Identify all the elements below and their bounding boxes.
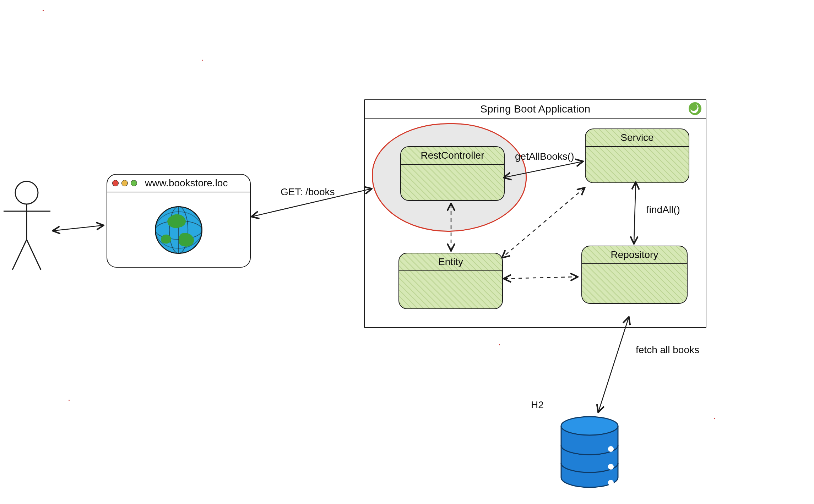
- restcontroller-label: RestController: [401, 147, 504, 165]
- svg-point-14: [608, 464, 614, 470]
- entity-box: Entity: [398, 253, 503, 309]
- speck: [202, 60, 203, 61]
- maximize-dot-icon: [131, 180, 137, 186]
- repository-box: Repository: [581, 246, 688, 304]
- service-label: Service: [586, 129, 689, 147]
- speck: [714, 418, 715, 419]
- edge-label-getallbooks: getAllBooks(): [515, 151, 574, 162]
- database-icon: [556, 415, 623, 490]
- architecture-diagram: www.bookstore.loc Spring Boot Applicatio…: [0, 0, 814, 504]
- minimize-dot-icon: [121, 180, 128, 186]
- entity-label: Entity: [399, 253, 502, 271]
- container-titlebar: Spring Boot Application: [365, 100, 706, 119]
- svg-point-12: [561, 417, 618, 435]
- svg-line-16: [53, 225, 103, 231]
- database-label: H2: [531, 399, 544, 411]
- repository-label: Repository: [582, 246, 687, 264]
- svg-point-0: [15, 181, 38, 204]
- traffic-light-icons: [112, 180, 137, 186]
- container-title: Spring Boot Application: [480, 103, 590, 115]
- speck: [69, 400, 70, 401]
- database-h2: [556, 415, 623, 491]
- svg-point-11: [692, 111, 694, 112]
- spring-logo-icon: [688, 102, 702, 117]
- svg-line-20: [598, 318, 629, 412]
- service-box: Service: [585, 128, 689, 183]
- close-dot-icon: [112, 180, 119, 186]
- restcontroller-box: RestController: [400, 146, 505, 201]
- svg-point-10: [689, 102, 701, 115]
- speck: [43, 10, 44, 11]
- globe-icon: [152, 203, 205, 257]
- speck: [499, 344, 500, 345]
- browser-body: [107, 192, 250, 268]
- browser-window: www.bookstore.loc: [107, 174, 251, 268]
- edge-label-findall: findAll(): [646, 204, 680, 215]
- svg-point-13: [608, 446, 614, 452]
- svg-line-3: [12, 240, 27, 270]
- browser-titlebar: www.bookstore.loc: [107, 175, 250, 192]
- browser-url: www.bookstore.loc: [145, 177, 228, 189]
- user-actor-icon: [4, 179, 53, 272]
- svg-line-4: [27, 240, 41, 270]
- svg-point-15: [608, 480, 614, 486]
- edge-label-fetch-all-books: fetch all books: [636, 344, 699, 356]
- edge-label-get-books: GET: /books: [281, 186, 335, 198]
